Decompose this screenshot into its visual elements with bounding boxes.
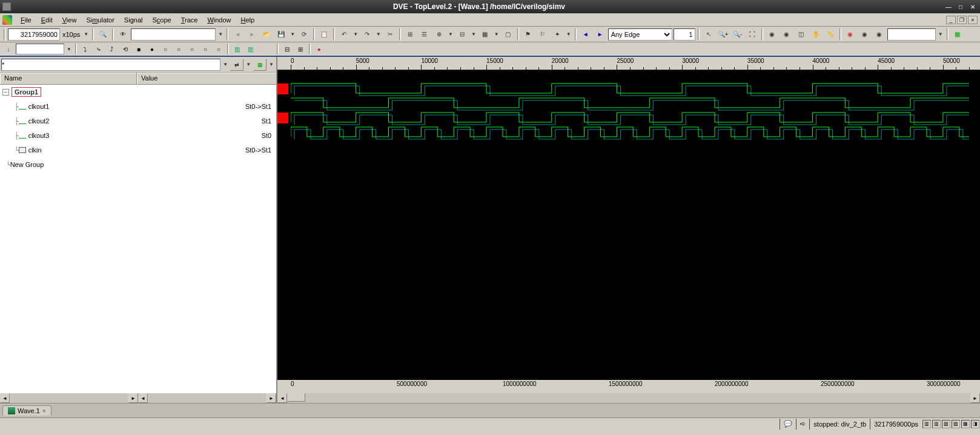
maximize-button[interactable]: □ — [956, 2, 965, 11]
step-over-icon[interactable]: ⤷ — [93, 43, 105, 55]
scroll-left-icon[interactable]: ◄ — [0, 393, 10, 403]
menu-file[interactable]: File — [16, 15, 36, 25]
marker-input[interactable] — [887, 28, 936, 41]
menu-trace[interactable]: Trace — [176, 15, 203, 25]
tool-marker3-icon[interactable]: ✦ — [551, 28, 564, 41]
disabled2-icon[interactable]: ○ — [173, 43, 185, 55]
tool-back-icon[interactable]: ◄ — [231, 28, 244, 41]
tool-undo-icon[interactable]: ↶ — [337, 28, 351, 41]
wave-hscrollbar[interactable]: ◄ ► — [277, 393, 980, 403]
tool-marker1-icon[interactable]: ⚑ — [521, 28, 535, 41]
collapse-icon[interactable]: − — [2, 89, 9, 96]
tool-save-icon[interactable]: 💾 — [274, 28, 288, 41]
time-unit-dropdown[interactable]: ▼ — [82, 31, 90, 37]
tab-close-icon[interactable]: × — [42, 408, 46, 414]
bottom-ruler[interactable]: 0500000000100000000015000000002000000000… — [277, 380, 980, 393]
goto-marker-icon[interactable]: ◉ — [858, 28, 872, 41]
disabled4-icon[interactable]: ○ — [199, 43, 211, 55]
tree-group-row[interactable]: − Group1 — [0, 85, 276, 99]
waveform-area[interactable] — [277, 70, 980, 380]
step-out-icon[interactable]: ⤴ — [106, 43, 118, 55]
minimize-button[interactable]: — — [944, 2, 953, 11]
bus2-icon[interactable]: ⊞ — [294, 43, 306, 55]
binoculars-icon[interactable]: 👁 — [116, 28, 130, 41]
menu-simulator[interactable]: Simulator — [81, 15, 119, 25]
stop-icon[interactable]: ■ — [133, 43, 145, 55]
tool-hierarchy-icon[interactable]: ⊞ — [403, 28, 417, 41]
run-continue-icon[interactable]: ↓ — [2, 43, 15, 55]
scroll-right-icon[interactable]: ► — [128, 393, 138, 403]
close-button[interactable]: ✕ — [968, 2, 978, 11]
mdi-close-button[interactable]: × — [968, 16, 978, 24]
filter-dropdown[interactable]: ▼ — [222, 62, 229, 67]
top-ruler[interactable]: 0500010000150002000025000300003500040000… — [277, 57, 980, 70]
left-hscrollbar[interactable]: ◄ ► ◄ ► — [0, 393, 276, 403]
filter-apply-icon[interactable]: ⇄ — [230, 59, 243, 71]
status-icon-6[interactable]: ◨ — [971, 420, 979, 428]
scroll-right-icon[interactable]: ► — [970, 393, 980, 403]
pan-icon[interactable]: ✋ — [809, 28, 823, 41]
signal-row[interactable]: ├ clkout3 St0 — [0, 128, 276, 143]
zoom-region-icon[interactable]: ◫ — [795, 28, 808, 41]
status-icon-3[interactable]: ▨ — [942, 420, 950, 428]
tool-reload-icon[interactable]: ⟳ — [297, 28, 311, 41]
edge-mode-select[interactable]: Any Edge — [608, 28, 672, 41]
tool-marker2-icon[interactable]: ⚐ — [536, 28, 549, 41]
zoom-in-icon[interactable]: 🔍+ — [717, 28, 730, 41]
prev-edge-icon[interactable]: ◄ — [579, 28, 592, 41]
disabled1-icon[interactable]: ○ — [159, 43, 171, 55]
bus-icon[interactable]: ⊟ — [281, 43, 293, 55]
next-edge-icon[interactable]: ► — [594, 28, 607, 41]
tool-copy-icon[interactable]: 📋 — [317, 28, 331, 41]
scroll-left-icon[interactable]: ◄ — [277, 393, 287, 403]
signal-row[interactable]: ├ clkout1 St0->St1 — [0, 99, 276, 114]
status-icon-1[interactable]: ▥ — [922, 420, 931, 428]
menu-view[interactable]: View — [58, 15, 82, 25]
status-icon-5[interactable]: ▦ — [961, 420, 970, 428]
search-input[interactable] — [131, 28, 216, 41]
tab-wave1[interactable]: Wave.1 × — [2, 405, 51, 416]
cursor-icon[interactable]: ↖ — [702, 28, 715, 41]
disabled3-icon[interactable]: ○ — [186, 43, 198, 55]
tool-fwd-icon[interactable]: ► — [245, 28, 259, 41]
measure-icon[interactable]: 📏 — [824, 28, 837, 41]
menu-signal[interactable]: Signal — [119, 15, 148, 25]
mdi-minimize-button[interactable]: _ — [946, 16, 956, 24]
menu-scope[interactable]: Scope — [147, 15, 176, 25]
status-icon-4[interactable]: ▧ — [952, 420, 960, 428]
marker-list-icon[interactable]: ◉ — [873, 28, 886, 41]
delete-marker-icon[interactable]: ◉ — [844, 28, 857, 41]
run-time-input[interactable] — [16, 44, 64, 54]
tool-collapse-icon[interactable]: ⊟ — [455, 28, 469, 41]
find-signal-icon[interactable]: 🔍 — [96, 28, 110, 41]
disabled5-icon[interactable]: ○ — [213, 43, 225, 55]
tool-redo-icon[interactable]: ↷ — [360, 28, 374, 41]
scroll-right2-icon[interactable]: ► — [267, 393, 276, 403]
view-b-icon[interactable]: ▥ — [245, 43, 257, 55]
filter-mode-icon[interactable]: ▦ — [253, 59, 267, 71]
menu-help[interactable]: Help — [236, 15, 260, 25]
menu-window[interactable]: Window — [202, 15, 236, 25]
new-group-row[interactable]: └ New Group — [0, 157, 276, 172]
restart-icon[interactable]: ⟲ — [119, 43, 131, 55]
search-dropdown[interactable]: ▼ — [217, 31, 224, 37]
scroll-thumb[interactable] — [287, 393, 305, 402]
save-dropdown[interactable]: ▼ — [289, 31, 296, 37]
menu-edit[interactable]: Edit — [36, 15, 58, 25]
record-icon[interactable]: ● — [313, 43, 325, 55]
step-into-icon[interactable]: ⤵ — [79, 43, 91, 55]
col-value-header[interactable]: Value — [137, 73, 276, 84]
edge-count-input[interactable] — [674, 28, 695, 41]
zoom-c2-icon[interactable]: ◉ — [780, 28, 793, 41]
view-a-icon[interactable]: ▥ — [231, 43, 243, 55]
signal-row[interactable]: └ clkin St0->St1 — [0, 143, 276, 157]
zoom-fit-icon[interactable]: ⛶ — [746, 28, 759, 41]
status-icon-2[interactable]: ▥ — [932, 420, 941, 428]
col-name-header[interactable]: Name — [0, 73, 137, 84]
zoom-out-icon[interactable]: 🔍- — [731, 28, 744, 41]
mdi-restore-button[interactable]: ❐ — [957, 16, 967, 24]
tool-group-icon[interactable]: ▦ — [478, 28, 492, 41]
signal-row[interactable]: ├ clkout2 St1 — [0, 114, 276, 128]
tool-list-icon[interactable]: ☰ — [418, 28, 431, 41]
zoom-c1-icon[interactable]: ◉ — [766, 28, 779, 41]
